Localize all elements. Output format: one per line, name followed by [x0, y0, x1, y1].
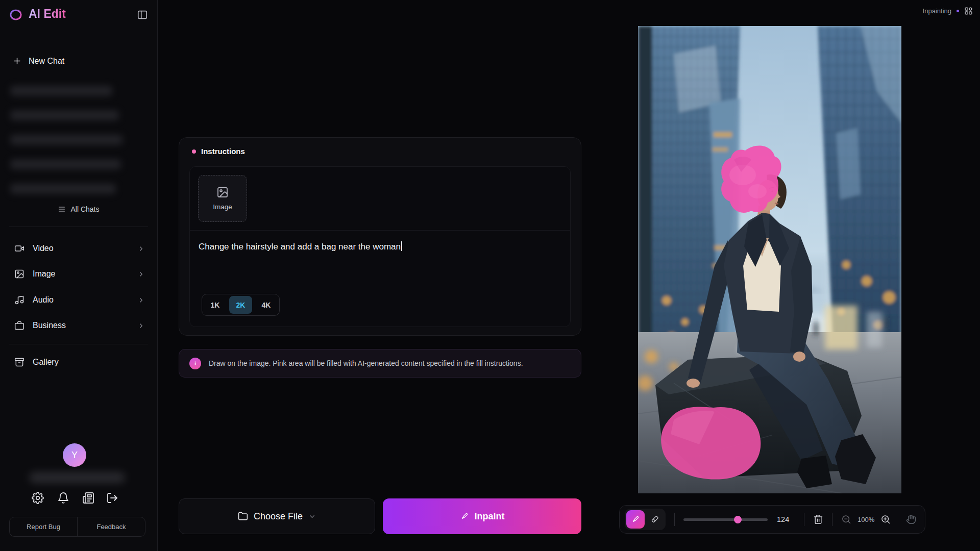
nav-label: Image	[33, 269, 55, 279]
instructions-body: Image Change the hairstyle and add a bag…	[189, 166, 571, 327]
sidebar-header: AI Edit	[0, 0, 157, 30]
canvas-toolbar: 124 100%	[619, 505, 925, 534]
gallery-label: Gallery	[33, 358, 59, 367]
settings-button[interactable]	[32, 492, 44, 504]
logout-icon	[106, 492, 118, 504]
chevron-right-icon	[137, 322, 145, 330]
eraser-tool-button[interactable]	[646, 510, 664, 529]
canvas-image[interactable]	[638, 26, 901, 493]
chevron-down-icon	[308, 513, 316, 520]
instructions-title: Instructions	[201, 147, 245, 156]
all-chats-label: All Chats	[70, 205, 99, 213]
notifications-button[interactable]	[57, 492, 69, 504]
text-caret	[401, 241, 402, 251]
chat-history-item[interactable]	[10, 184, 116, 194]
image-icon	[216, 186, 229, 198]
brush-size-value: 124	[777, 515, 795, 523]
logout-button[interactable]	[106, 492, 118, 504]
report-bug-button[interactable]: Report Bug	[10, 517, 77, 536]
divider	[190, 230, 570, 231]
chevron-right-icon	[137, 296, 145, 304]
resolution-label: 2K	[236, 301, 246, 309]
image-upload-tile[interactable]: Image	[198, 175, 247, 222]
inpaint-label: Inpaint	[475, 511, 505, 522]
app-logo-icon	[8, 7, 23, 22]
mode-status-dot	[957, 10, 959, 12]
app-window: AI Edit New Chat All Chats Video Image	[0, 0, 980, 551]
chat-history-item[interactable]	[10, 110, 119, 120]
new-chat-label: New Chat	[29, 57, 64, 66]
choose-file-button[interactable]: Choose File	[179, 498, 375, 534]
prompt-input[interactable]: Change the hairstyle and add a bag near …	[199, 241, 562, 253]
zoom-level: 100%	[857, 516, 874, 523]
sidebar-item-image[interactable]: Image	[0, 263, 157, 285]
gear-icon	[32, 492, 44, 504]
new-chat-button[interactable]: New Chat	[12, 56, 64, 66]
apps-grid-icon[interactable]	[964, 7, 973, 15]
pan-hand-icon[interactable]	[906, 514, 916, 524]
pink-dot-icon	[192, 149, 196, 154]
gallery-icon	[14, 357, 24, 367]
avatar-initial: Y	[71, 450, 78, 461]
divider	[674, 513, 675, 526]
chat-history-item[interactable]	[10, 86, 112, 96]
image-upload-label: Image	[213, 203, 232, 211]
feedback-button[interactable]: Feedback	[78, 517, 145, 536]
folder-icon	[238, 511, 248, 521]
sidebar-footer: Report Bug Feedback	[9, 517, 145, 537]
chat-history-item[interactable]	[10, 159, 121, 169]
zoom-out-icon[interactable]	[841, 514, 851, 524]
divider	[9, 227, 148, 227]
avatar[interactable]: Y	[63, 443, 86, 467]
chevron-right-icon	[137, 245, 145, 253]
choose-file-label: Choose File	[254, 511, 303, 522]
music-icon	[14, 295, 24, 305]
video-icon	[14, 243, 24, 254]
nav-label: Audio	[33, 295, 54, 305]
divider	[9, 344, 148, 344]
briefcase-icon	[14, 320, 24, 331]
info-icon	[189, 358, 201, 369]
resolution-label: 1K	[211, 301, 220, 309]
all-chats-button[interactable]: All Chats	[0, 205, 157, 213]
brush-size-slider[interactable]	[683, 515, 768, 523]
resolution-button-4k[interactable]: 4K	[255, 296, 278, 314]
image-icon	[14, 269, 24, 279]
nav-label: Business	[33, 321, 66, 330]
chat-history-item[interactable]	[10, 135, 122, 145]
inpaint-button[interactable]: Inpaint	[383, 498, 581, 534]
trash-icon[interactable]	[813, 514, 823, 524]
sidebar-item-audio[interactable]: Audio	[0, 289, 157, 311]
brush-icon	[460, 512, 469, 521]
app-title: AI Edit	[29, 7, 66, 21]
resolution-button-2k[interactable]: 2K	[229, 296, 252, 314]
slider-thumb[interactable]	[734, 516, 742, 523]
divider	[804, 513, 804, 526]
resolution-button-1k[interactable]: 1K	[204, 296, 227, 314]
bell-icon	[57, 492, 69, 504]
zoom-in-icon[interactable]	[880, 514, 891, 524]
prompt-text: Change the hairstyle and add a bag near …	[199, 242, 401, 252]
info-message: Draw on the image. Pink area will be fil…	[209, 359, 523, 367]
sidebar-item-video[interactable]: Video	[0, 237, 157, 260]
canvas-mode-header: Inpainting	[923, 7, 973, 15]
username-blurred	[29, 472, 125, 483]
plus-icon	[12, 56, 22, 66]
feedback-label: Feedback	[96, 523, 126, 531]
mode-label: Inpainting	[923, 7, 951, 15]
sidebar-item-gallery[interactable]: Gallery	[0, 351, 157, 373]
sidebar-toggle-button[interactable]	[137, 9, 148, 20]
sidebar: AI Edit New Chat All Chats Video Image	[0, 0, 158, 551]
info-banner: Draw on the image. Pink area will be fil…	[179, 349, 581, 378]
brush-tool-button[interactable]	[626, 510, 645, 529]
report-bug-label: Report Bug	[27, 523, 60, 531]
slider-track	[683, 518, 768, 521]
nav-label: Video	[33, 244, 54, 253]
instructions-panel: Instructions Image Change the hairstyle …	[179, 137, 581, 336]
eraser-icon	[650, 515, 659, 524]
news-button[interactable]	[82, 492, 94, 504]
chevron-right-icon	[137, 270, 145, 278]
resolution-label: 4K	[262, 301, 271, 309]
divider	[832, 513, 832, 526]
sidebar-item-business[interactable]: Business	[0, 314, 157, 337]
